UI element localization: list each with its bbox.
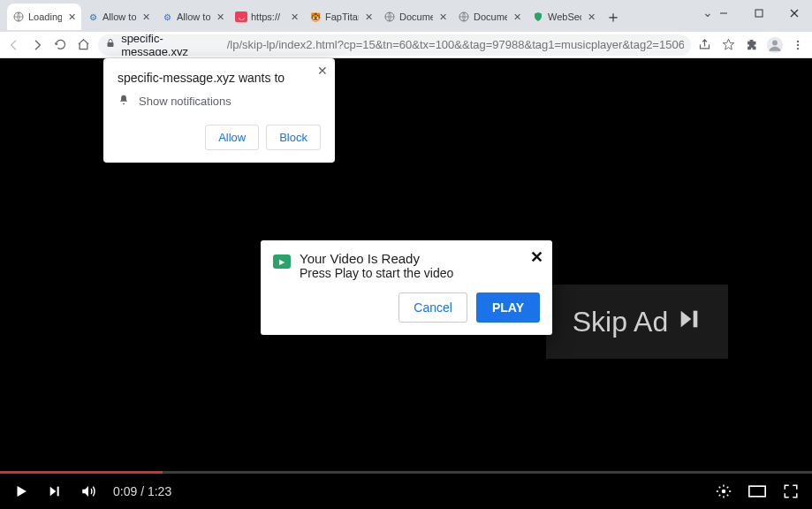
dialog-title: Your Video Is Ready (300, 251, 453, 266)
lock-icon (105, 38, 116, 51)
skip-ad-button[interactable]: Skip Ad (546, 285, 728, 359)
play-button[interactable]: PLAY (476, 292, 540, 323)
tab-close-icon[interactable]: ✕ (65, 11, 78, 23)
dialog-close-icon[interactable]: ✕ (530, 247, 543, 267)
volume-icon[interactable] (80, 482, 97, 500)
kebab-menu-icon[interactable] (789, 35, 807, 55)
browser-toolbar: specific-message.xyz/lp/skip-lp/index2.h… (0, 32, 812, 58)
window-titlebar: Loading ✕ ⚙ Allow to ✕ ⚙ Allow to ✕ ◡ ht… (0, 0, 812, 32)
home-button[interactable] (75, 35, 93, 55)
svg-rect-16 (749, 486, 765, 497)
browser-tab[interactable]: Docume ✕ (378, 4, 452, 30)
window-controls (706, 0, 812, 27)
svg-point-9 (772, 40, 778, 45)
time-current: 0:09 (113, 484, 137, 498)
tab-close-icon[interactable]: ✕ (362, 11, 375, 23)
allow-button[interactable]: Allow (205, 125, 259, 150)
next-track-icon[interactable] (46, 482, 64, 500)
tab-label: Docume (399, 11, 433, 22)
url-path: /lp/skip-lp/index2.html?cp=15&tn=60&tx=1… (227, 38, 684, 51)
share-button[interactable] (696, 35, 714, 55)
minimize-button[interactable] (706, 0, 741, 27)
svg-rect-7 (108, 42, 114, 47)
svg-rect-4 (755, 10, 763, 17)
tab-close-icon[interactable]: ✕ (214, 11, 226, 23)
site-favicon: 🐯 (309, 11, 322, 23)
browser-tab[interactable]: ⚙ Allow to ✕ (81, 4, 156, 30)
tab-label: https:// (251, 11, 285, 22)
time-separator: / (137, 484, 148, 498)
tab-close-icon[interactable]: ✕ (585, 11, 597, 23)
browser-tab[interactable]: Loading ✕ (7, 4, 81, 30)
video-ready-dialog: ✕ ▶ Your Video Is Ready Press Play to st… (261, 240, 552, 335)
profile-avatar[interactable] (765, 35, 783, 55)
svg-point-10 (797, 40, 799, 42)
shield-icon (532, 11, 544, 23)
prompt-origin-text: specific-message.xyz wants to (118, 71, 321, 85)
tab-strip: Loading ✕ ⚙ Allow to ✕ ⚙ Allow to ✕ ◡ ht… (0, 2, 626, 32)
tab-label: Allow to (102, 11, 136, 22)
new-tab-button[interactable]: ＋ (601, 4, 626, 29)
play-icon[interactable] (12, 482, 30, 500)
dialog-subtitle: Press Play to start the video (300, 266, 453, 280)
video-play-icon: ▶ (273, 254, 291, 269)
skip-ad-label: Skip Ad (573, 306, 669, 338)
close-window-button[interactable] (777, 0, 812, 27)
svg-rect-13 (694, 310, 698, 327)
svg-point-12 (797, 47, 799, 49)
video-controls: 0:09 / 1:23 (0, 474, 812, 509)
tab-label: WebSec (548, 11, 581, 22)
video-time-display: 0:09 / 1:23 (113, 484, 171, 498)
bell-icon (118, 94, 130, 109)
globe-icon (458, 11, 470, 23)
tab-close-icon[interactable]: ✕ (436, 11, 449, 23)
tab-label: FapTitan (325, 11, 359, 22)
address-bar[interactable]: specific-message.xyz/lp/skip-lp/index2.h… (98, 34, 690, 56)
skip-next-icon (677, 306, 702, 338)
reload-button[interactable] (52, 35, 70, 55)
time-duration: 1:23 (148, 484, 171, 498)
tab-label: Loading (28, 11, 62, 22)
tab-close-icon[interactable]: ✕ (511, 11, 523, 23)
block-button[interactable]: Block (266, 125, 321, 150)
browser-tab[interactable]: WebSec ✕ (527, 4, 601, 30)
gear-icon: ⚙ (87, 11, 99, 23)
extensions-icon[interactable] (742, 35, 760, 55)
tab-close-icon[interactable]: ✕ (288, 11, 300, 23)
forward-button[interactable] (28, 35, 46, 55)
cancel-button[interactable]: Cancel (398, 292, 467, 323)
back-button[interactable] (5, 35, 23, 55)
svg-rect-14 (57, 487, 59, 497)
fullscreen-icon[interactable] (782, 482, 800, 500)
theater-mode-icon[interactable] (748, 482, 766, 500)
browser-tab[interactable]: 🐯 FapTitan ✕ (304, 4, 378, 30)
globe-icon (12, 11, 25, 23)
notification-permission-prompt: ✕ specific-message.xyz wants to Show not… (103, 58, 335, 163)
gear-icon: ⚙ (161, 11, 173, 23)
prompt-close-icon[interactable]: ✕ (317, 64, 328, 78)
browser-tab[interactable]: Docume ✕ (452, 4, 527, 30)
tab-close-icon[interactable]: ✕ (140, 11, 152, 23)
tab-label: Docume (474, 11, 507, 22)
svg-point-15 (722, 490, 726, 494)
settings-gear-icon[interactable] (715, 482, 732, 500)
permission-label: Show notifications (139, 95, 231, 108)
tab-label: Allow to (177, 11, 210, 22)
svg-point-11 (797, 43, 799, 45)
url-host: specific-message.xyz (121, 34, 222, 56)
maximize-button[interactable] (741, 0, 777, 27)
globe-icon (383, 11, 396, 23)
bookmark-star-icon[interactable] (719, 35, 737, 55)
browser-tab[interactable]: ⚙ Allow to ✕ (156, 4, 230, 30)
browser-tab[interactable]: ◡ https:// ✕ (230, 4, 304, 30)
pocket-icon: ◡ (235, 11, 247, 22)
